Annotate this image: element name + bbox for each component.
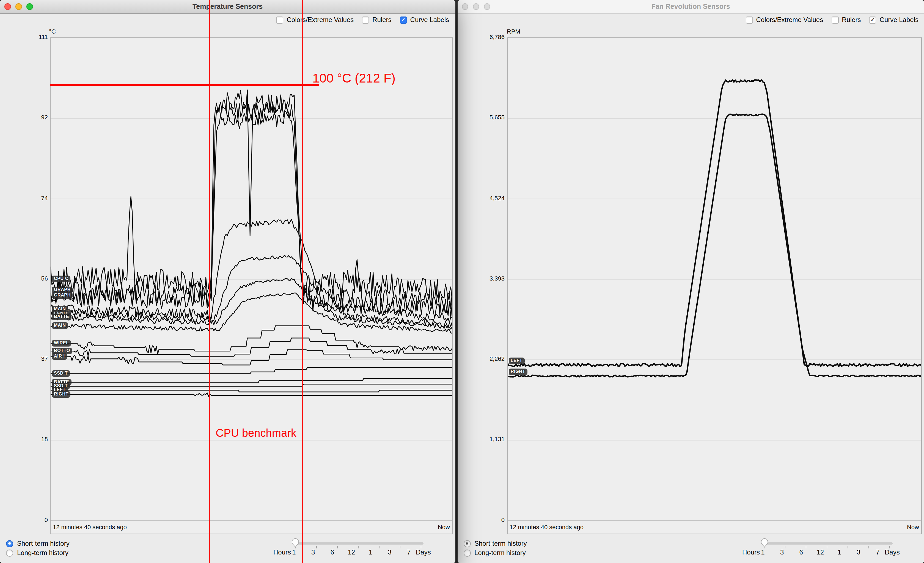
zoom-button[interactable] bbox=[26, 3, 33, 10]
y-axis-tick-label: 1,131 bbox=[480, 436, 505, 443]
radio-button[interactable] bbox=[464, 540, 471, 547]
curve-label-badge: MAIN bbox=[52, 322, 68, 329]
close-button[interactable] bbox=[462, 3, 468, 10]
minimize-button[interactable] bbox=[473, 3, 479, 10]
radio-button[interactable] bbox=[6, 549, 13, 556]
y-axis-tick-label: 0 bbox=[480, 516, 505, 523]
slider-tick bbox=[785, 546, 785, 548]
slider-tick bbox=[826, 546, 827, 548]
sensor-curve bbox=[51, 111, 452, 318]
checkbox-label: Colors/Extreme Values bbox=[756, 16, 824, 24]
temp-limit-label: 100 °C (212 F) bbox=[312, 71, 396, 86]
y-axis-tick-label: 5,655 bbox=[480, 114, 505, 121]
sensor-curve bbox=[507, 80, 921, 366]
window-title: Temperature Sensors bbox=[33, 0, 422, 13]
checkbox-box[interactable] bbox=[831, 16, 838, 23]
y-axis-tick-label: 6,786 bbox=[480, 33, 505, 40]
close-button[interactable] bbox=[4, 3, 11, 10]
history-scale-slider[interactable]: Hours13612137Days bbox=[271, 538, 442, 558]
slider-scale-label: Days bbox=[885, 549, 900, 556]
title-bar[interactable]: Temperature Sensors bbox=[0, 0, 455, 14]
checkbox-label: Rulers bbox=[372, 16, 392, 24]
slider-scale-label: 1 bbox=[286, 549, 302, 556]
curve-label-badge: CPU C bbox=[52, 276, 70, 282]
temperature-sensors-window: Temperature Sensors Colors/Extreme Value… bbox=[0, 0, 455, 563]
radio-button[interactable] bbox=[6, 540, 13, 547]
sensor-curve bbox=[51, 367, 452, 373]
radio-button[interactable] bbox=[464, 549, 471, 556]
sensor-curve bbox=[51, 350, 452, 365]
checkbox-colors-extreme-values[interactable]: Colors/Extreme Values bbox=[746, 16, 824, 24]
radio-label: Long-term history bbox=[17, 549, 69, 557]
curve-label-badge: RIGHT bbox=[52, 391, 70, 398]
window-title: Fan Revolution Sensors bbox=[490, 0, 891, 13]
slider-tick bbox=[848, 546, 848, 548]
slider-tick bbox=[890, 546, 890, 548]
slider-scale-label: 3 bbox=[774, 549, 790, 556]
now-label: Now bbox=[438, 524, 450, 530]
slider-scale-label: 12 bbox=[812, 549, 829, 556]
temperature-plot-area: CPU CGRAPHGRAPHMAINPLATFBATTEMAINWIRELBO… bbox=[50, 37, 453, 534]
checkbox-rulers[interactable]: Rulers bbox=[831, 16, 861, 24]
y-axis-tick-label: 18 bbox=[24, 436, 48, 443]
y-axis-tick-label: 0 bbox=[24, 516, 48, 523]
slider-tick bbox=[806, 546, 806, 548]
radio-label: Short-term history bbox=[17, 540, 70, 547]
sensor-curve bbox=[51, 338, 452, 356]
temperature-curves bbox=[51, 38, 452, 534]
y-axis-tick-label: 4,524 bbox=[480, 194, 505, 201]
slider-tick bbox=[316, 546, 316, 548]
radio-long-term-history[interactable]: Long-term history bbox=[464, 549, 526, 557]
slider-scale-label: 1 bbox=[831, 549, 848, 556]
slider-thumb[interactable] bbox=[291, 538, 299, 549]
curve-label-badge: AIR I bbox=[52, 353, 67, 360]
slider-tick bbox=[379, 546, 379, 548]
radio-label: Long-term history bbox=[474, 549, 526, 557]
radio-short-term-history[interactable]: Short-term history bbox=[6, 540, 70, 547]
curve-label-badge: RIGHT bbox=[508, 369, 528, 375]
radio-long-term-history[interactable]: Long-term history bbox=[6, 549, 69, 557]
title-bar[interactable]: Fan Revolution Sensors bbox=[458, 0, 924, 14]
curve-label-badge: MAIN bbox=[52, 306, 68, 312]
checkbox-box[interactable] bbox=[400, 16, 407, 23]
radio-label: Short-term history bbox=[474, 540, 527, 547]
checkbox-box[interactable] bbox=[362, 16, 369, 23]
minimize-button[interactable] bbox=[15, 3, 22, 10]
checkbox-box[interactable] bbox=[869, 16, 876, 23]
sensor-curve bbox=[51, 392, 452, 396]
slider-scale-label: 7 bbox=[870, 549, 886, 556]
sensor-curve bbox=[51, 326, 452, 354]
sensor-curve bbox=[51, 102, 452, 312]
history-scale-slider[interactable]: Hours13612137Days bbox=[740, 538, 910, 558]
y-axis-unit: °C bbox=[49, 28, 56, 35]
checkbox-curve-labels[interactable]: Curve Labels bbox=[400, 16, 449, 24]
checkbox-box[interactable] bbox=[746, 16, 753, 23]
benchmark-label: CPU benchmark bbox=[211, 427, 302, 440]
temp-limit-line bbox=[50, 84, 319, 86]
radio-short-term-history[interactable]: Short-term history bbox=[464, 540, 527, 547]
slider-tick bbox=[868, 546, 869, 548]
curve-label-badge: LEFT bbox=[508, 357, 524, 364]
y-axis-tick-label: 3,393 bbox=[480, 275, 505, 282]
checkbox-colors-extreme-values[interactable]: Colors/Extreme Values bbox=[276, 16, 354, 24]
sensor-curve bbox=[507, 114, 921, 377]
slider-track[interactable] bbox=[295, 542, 423, 544]
curve-label-badge: BOTTO bbox=[52, 347, 72, 354]
sensor-curve bbox=[51, 384, 452, 386]
slider-scale-label: 3 bbox=[305, 549, 321, 556]
history-start-label: 12 minutes 40 seconds ago bbox=[53, 524, 127, 530]
y-axis-tick-label: 111 bbox=[24, 33, 48, 40]
slider-thumb[interactable] bbox=[760, 538, 768, 549]
slider-tick bbox=[420, 546, 421, 548]
y-axis-tick-label: 37 bbox=[24, 355, 48, 362]
y-axis-tick-label: 56 bbox=[24, 275, 48, 282]
checkbox-curve-labels[interactable]: Curve Labels bbox=[869, 16, 918, 24]
curve-label-badge: BATTE bbox=[52, 314, 71, 320]
zoom-button[interactable] bbox=[484, 3, 490, 10]
curve-label-badge: GRAPH bbox=[52, 292, 73, 299]
checkbox-box[interactable] bbox=[276, 16, 284, 23]
slider-track[interactable] bbox=[764, 542, 892, 544]
options-row: Colors/Extreme Values Rulers Curve Label… bbox=[746, 16, 918, 24]
checkbox-rulers[interactable]: Rulers bbox=[362, 16, 392, 24]
sensor-curve bbox=[51, 378, 452, 383]
